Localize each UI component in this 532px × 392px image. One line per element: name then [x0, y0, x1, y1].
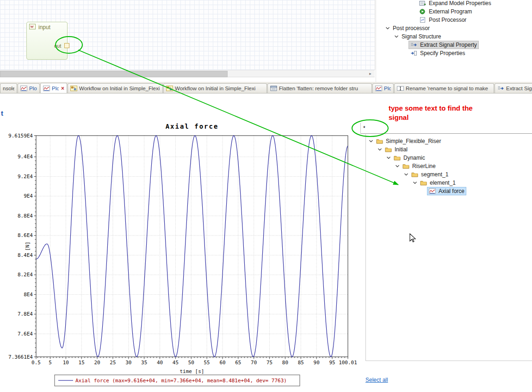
tree-item-content[interactable]: Signal Structure — [400, 32, 443, 41]
tree-item-content[interactable]: segment_1 — [409, 170, 450, 179]
x-tick-label: 90 — [314, 360, 320, 366]
tab-nsole-0[interactable]: nsole — [0, 83, 17, 93]
folder-icon — [420, 180, 427, 186]
workflow-icon — [166, 86, 173, 91]
folder-icon — [394, 155, 401, 161]
y-tick-label: 9.4E4 — [18, 154, 33, 160]
chevron-down-icon[interactable] — [403, 171, 409, 178]
scrollbar-right-arrow[interactable]: ▸ — [366, 70, 374, 77]
x-tick-label: 60 — [219, 360, 225, 366]
x-tick-label: 70 — [251, 360, 257, 366]
x-tick-label: 95 — [329, 360, 335, 366]
tree-item-external-program[interactable]: External Program — [384, 7, 532, 16]
tree-item-initial[interactable]: Initial — [368, 145, 532, 154]
tree-item-content[interactable]: Initial — [383, 145, 409, 154]
tree-item-segment-1[interactable]: segment_1 — [368, 170, 532, 179]
plot-icon — [20, 86, 27, 91]
workflow-input-block[interactable]: input out — [26, 22, 68, 60]
tree-item-expand-model-properties[interactable]: Expand Model Properties — [384, 0, 532, 7]
tree-item-label: Extract Signal Property — [420, 41, 477, 49]
tree-item-content[interactable]: Specify Properties — [408, 49, 467, 57]
specify-properties-icon — [410, 50, 417, 56]
x-tick-label: 75 — [266, 360, 272, 366]
chevron-down-icon[interactable] — [368, 138, 374, 144]
tab-extract-signa-8[interactable]: Extract Signa — [495, 83, 532, 93]
chevron-down-icon[interactable] — [412, 180, 418, 186]
output-port[interactable] — [64, 43, 69, 48]
folder-icon — [402, 163, 409, 169]
tree-item-content[interactable]: Extract Signal Property — [408, 41, 479, 49]
y-tick-label: 8.8E4 — [18, 213, 33, 219]
workflow-canvas[interactable]: input out — [0, 0, 375, 70]
tree-item-specify-properties[interactable]: Specify Properties — [384, 49, 532, 57]
tab-flatten-flatten-remove-folder-stru-5[interactable]: Flatten 'flatten: remove folder stru — [267, 83, 372, 93]
tab-workflow-on-initial-in-simple-flexi-3[interactable]: Workflow on Initial in Simple_Flexi — [68, 83, 163, 93]
tree-item-post-processor[interactable]: Post Processor — [384, 16, 532, 24]
tree-item-content[interactable]: Post processor — [391, 24, 432, 32]
tree-item-label: Simple_Flexible_Riser — [386, 137, 441, 145]
tree-item-label: Dynamic — [403, 154, 425, 162]
folder-icon — [394, 155, 402, 161]
tab-plot-6[interactable]: Plot — [372, 83, 394, 93]
x-tick-label: 25 — [110, 360, 116, 366]
tree-item-label: Initial — [395, 146, 408, 153]
y-tick-label: 8.2E4 — [18, 272, 33, 278]
tree-indent — [368, 158, 385, 158]
expand-model-properties-icon — [419, 0, 426, 6]
canvas-horizontal-scrollbar[interactable]: ▸ — [0, 70, 375, 77]
tab-close-icon[interactable]: × — [61, 85, 64, 92]
tree-item-simple-flexible-riser[interactable]: Simple_Flexible_Riser — [368, 137, 532, 145]
tree-item-content[interactable]: RiserLine — [401, 162, 438, 170]
tab-label: Plot — [384, 86, 391, 91]
folder-icon — [385, 147, 392, 152]
chevron-down-icon[interactable] — [377, 146, 383, 153]
tree-item-extract-signal-property[interactable]: Extract Signal Property — [384, 41, 532, 49]
tree-item-content[interactable]: Expand Model Properties — [417, 0, 493, 7]
rename-icon — [397, 86, 404, 91]
tab-workflow-on-initial-in-simple-flexi-4[interactable]: Workflow on Initial in Simple_Flexi — [163, 83, 267, 93]
tree-item-label: element_1 — [430, 179, 456, 187]
chevron-spacer — [402, 50, 408, 56]
tree-item-axial-force[interactable]: Axial force — [368, 187, 532, 195]
tree-item-post-processor[interactable]: Post processor — [384, 24, 532, 32]
chevron-spacer — [411, 8, 417, 15]
chevron-down-icon[interactable] — [384, 25, 391, 31]
specify-properties-icon — [410, 50, 418, 56]
tab-label: nsole — [3, 86, 14, 91]
tree-item-content[interactable]: Post Processor — [417, 16, 468, 24]
scrollbar-thumb[interactable] — [0, 71, 228, 77]
x-tick-label: 15 — [79, 360, 85, 366]
tree-item-content[interactable]: External Program — [417, 7, 474, 16]
tab-plot-1[interactable]: Plot — [18, 83, 40, 93]
tree-indent — [368, 166, 394, 167]
signal-search-input[interactable] — [360, 123, 532, 134]
tree-item-content[interactable]: Axial force — [427, 187, 466, 195]
chevron-down-icon[interactable] — [393, 33, 400, 40]
folder-icon — [411, 172, 418, 177]
tree-item-content[interactable]: Dynamic — [392, 154, 427, 162]
y-tick-label: 9.2E4 — [18, 174, 33, 180]
chevron-down-icon[interactable] — [385, 155, 392, 161]
tree-item-riserline[interactable]: RiserLine — [368, 162, 532, 170]
tree-item-label: Post Processor — [429, 16, 466, 24]
chevron-spacer — [411, 17, 417, 23]
x-tick-label: 30 — [125, 360, 131, 366]
application-window: input out ▸ Expand Model PropertiesExter… — [0, 0, 532, 392]
tab-plot-2[interactable]: Plot× — [40, 83, 67, 93]
chart-title: Axial force — [166, 123, 219, 130]
axial-force-plot[interactable]: 0.55101520253035404550556065707580859095… — [0, 93, 365, 392]
tree-indent — [384, 12, 411, 12]
select-all-link[interactable]: Select all — [365, 377, 388, 383]
post-processor-icon — [419, 17, 427, 23]
tree-item-content[interactable]: Simple_Flexible_Riser — [374, 137, 443, 145]
chevron-down-icon[interactable] — [394, 163, 401, 169]
tree-item-element-1[interactable]: element_1 — [368, 179, 532, 187]
y-tick-label: 8E4 — [24, 292, 33, 298]
chevron-down-icon — [377, 147, 383, 152]
tree-item-signal-structure[interactable]: Signal Structure — [384, 32, 532, 41]
tree-item-content[interactable]: element_1 — [418, 179, 458, 187]
editor-tab-bar: nsolePlotPlot×Workflow on Initial in Sim… — [0, 82, 532, 93]
tree-item-dynamic[interactable]: Dynamic — [368, 154, 532, 162]
tab-rename-rename-to-signal-to-make-7[interactable]: Rename 'rename to signal to make — [394, 83, 494, 93]
x-tick-label: 85 — [298, 360, 304, 366]
